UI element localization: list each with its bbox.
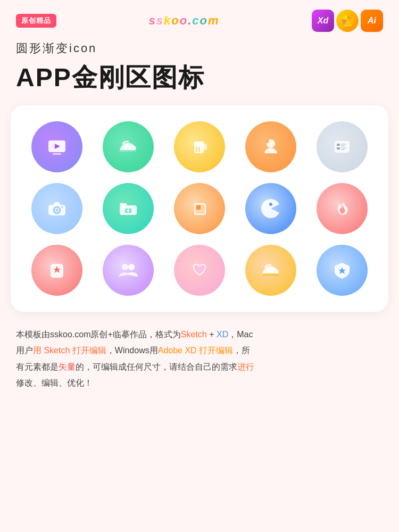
svg-rect-8 (53, 153, 61, 155)
icon-shield[interactable] (317, 245, 368, 296)
icon-fire[interactable] (317, 183, 368, 234)
svg-rect-9 (120, 150, 136, 152)
desc-sketch-link: Sketch (181, 330, 207, 339)
svg-point-38 (122, 264, 128, 270)
main-title: APP金刚区图标 (0, 59, 399, 105)
svg-rect-12 (194, 142, 204, 145)
desc-proceed-link: 进行 (237, 362, 254, 371)
desc-plus: + (207, 330, 217, 339)
icon-camera[interactable] (31, 183, 82, 234)
original-badge: 原创精品 (16, 14, 56, 28)
svg-point-16 (266, 140, 269, 143)
svg-point-39 (128, 264, 135, 270)
icon-shoe2[interactable] (245, 245, 296, 296)
desc-windows: ，Windows用 (106, 346, 158, 355)
ai-icon: Ai (361, 10, 383, 32)
icon-tv[interactable] (31, 121, 82, 172)
icon-beer[interactable] (174, 121, 225, 172)
icons-row-2 (21, 183, 378, 234)
brand-logo: sskoo.com (148, 14, 219, 28)
icon-heart[interactable] (174, 245, 225, 296)
icon-folder[interactable] (103, 183, 154, 234)
desc-use-sketch-link: 用 Sketch 打开编辑 (33, 346, 106, 355)
icon-users[interactable] (103, 245, 154, 296)
subtitle: 圆形渐变icon (0, 36, 399, 59)
desc-text-1: 本模板由sskoo.com原创+临摹作品，格式为 (16, 330, 181, 339)
svg-rect-13 (196, 147, 197, 152)
svg-rect-40 (262, 273, 278, 276)
svg-rect-17 (335, 141, 350, 153)
icons-row-3 (21, 245, 378, 296)
desc-last-line: 修改、编辑、优化！ (16, 378, 93, 387)
icon-photo[interactable] (174, 183, 225, 234)
header: 原创精品 sskoo.com Xd Ai (0, 0, 399, 36)
desc-vector-link: 矢量 (59, 362, 76, 371)
xd-icon: Xd (312, 10, 334, 32)
svg-rect-19 (337, 147, 340, 149)
svg-rect-14 (198, 147, 200, 152)
svg-rect-34 (196, 205, 201, 210)
icons-row-1 (21, 121, 378, 172)
icon-pacman[interactable] (245, 183, 296, 234)
icons-card (11, 105, 388, 312)
svg-rect-22 (341, 147, 346, 148)
icon-person[interactable] (245, 121, 296, 172)
sketch-icon (336, 10, 359, 32)
icon-shoe[interactable] (103, 121, 154, 172)
icon-list[interactable] (317, 121, 368, 172)
svg-point-35 (269, 203, 272, 206)
svg-rect-21 (341, 145, 345, 146)
desc-adobe-xd-link: Adobe XD 打开编辑 (158, 346, 233, 355)
svg-rect-23 (341, 149, 345, 150)
icon-star[interactable] (31, 245, 82, 296)
svg-rect-11 (204, 144, 207, 150)
svg-rect-18 (337, 144, 340, 146)
tools-icons: Xd Ai (312, 10, 383, 32)
svg-point-26 (55, 209, 59, 212)
description: 本模板由sskoo.com原创+临摹作品，格式为Sketch + XD，Mac用… (0, 312, 399, 402)
svg-point-27 (61, 206, 63, 208)
desc-edit: 的，可编辑成任何尺寸，请结合自己的需求 (76, 362, 237, 371)
desc-xd-link: XD (217, 330, 228, 339)
svg-rect-20 (341, 144, 346, 145)
